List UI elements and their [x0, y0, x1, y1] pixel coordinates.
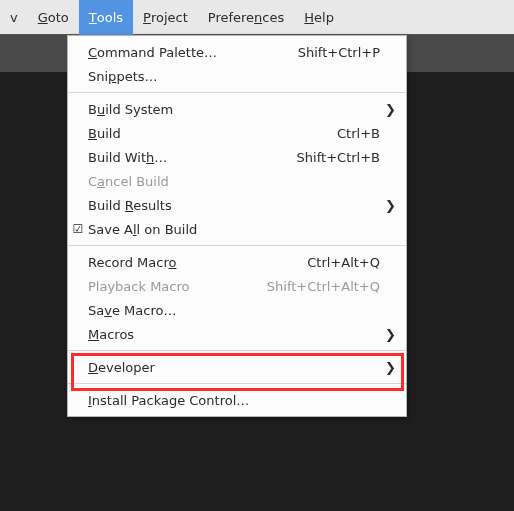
- menu-separator: [68, 245, 406, 246]
- menubar-item-preferences[interactable]: Preferences: [198, 0, 294, 35]
- menu-item-label: Save Macro…: [88, 303, 360, 318]
- menu-item-label: Build: [88, 126, 317, 141]
- menu-item-label: Install Package Control…: [88, 393, 360, 408]
- menu-item-shortcut: Shift+Ctrl+P: [278, 45, 380, 60]
- menubar-item-help[interactable]: Help: [294, 0, 344, 35]
- submenu-icon: ❯: [380, 327, 396, 342]
- menu-install-package-control[interactable]: Install Package Control…: [68, 388, 406, 412]
- menu-save-macro[interactable]: Save Macro…: [68, 298, 406, 322]
- menu-build-results[interactable]: Build Results❯: [68, 193, 406, 217]
- submenu-icon: ❯: [380, 360, 396, 375]
- tools-menu: Command Palette…Shift+Ctrl+PSnippets…Bui…: [67, 35, 407, 417]
- menu-item-label: Playback Macro: [88, 279, 247, 294]
- menu-save-all-on-build[interactable]: ☑Save All on Build: [68, 217, 406, 241]
- menu-snippets[interactable]: Snippets…: [68, 64, 406, 88]
- menu-separator: [68, 350, 406, 351]
- checkbox-icon: ☑: [68, 222, 88, 236]
- menu-item-label: Macros: [88, 327, 360, 342]
- menu-item-shortcut: Shift+Ctrl+B: [277, 150, 380, 165]
- menu-item-label: Build With…: [88, 150, 277, 165]
- menu-build-system[interactable]: Build System❯: [68, 97, 406, 121]
- submenu-icon: ❯: [380, 102, 396, 117]
- menu-macros[interactable]: Macros❯: [68, 322, 406, 346]
- menubar-item-project[interactable]: Project: [133, 0, 198, 35]
- menu-record-macro[interactable]: Record MacroCtrl+Alt+Q: [68, 250, 406, 274]
- menu-command-palette[interactable]: Command Palette…Shift+Ctrl+P: [68, 40, 406, 64]
- menu-item-label: Cancel Build: [88, 174, 360, 189]
- menu-item-label: Record Macro: [88, 255, 287, 270]
- menu-build[interactable]: BuildCtrl+B: [68, 121, 406, 145]
- menu-item-label: Build System: [88, 102, 360, 117]
- menu-item-shortcut: Ctrl+B: [317, 126, 380, 141]
- menu-item-shortcut: Shift+Ctrl+Alt+Q: [247, 279, 380, 294]
- menu-separator: [68, 383, 406, 384]
- menubar: vGotoToolsProjectPreferencesHelp: [0, 0, 514, 35]
- submenu-icon: ❯: [380, 198, 396, 213]
- menu-item-label: Snippets…: [88, 69, 360, 84]
- menu-item-label: Build Results: [88, 198, 360, 213]
- menu-item-label: Command Palette…: [88, 45, 278, 60]
- menu-build-with[interactable]: Build With…Shift+Ctrl+B: [68, 145, 406, 169]
- menu-item-label: Save All on Build: [88, 222, 360, 237]
- menu-item-shortcut: Ctrl+Alt+Q: [287, 255, 380, 270]
- menu-playback-macro: Playback MacroShift+Ctrl+Alt+Q: [68, 274, 406, 298]
- menubar-item-view-partial[interactable]: v: [0, 0, 28, 35]
- menu-developer[interactable]: Developer❯: [68, 355, 406, 379]
- menu-cancel-build: Cancel Build: [68, 169, 406, 193]
- menubar-item-tools[interactable]: Tools: [79, 0, 133, 35]
- menu-item-label: Developer: [88, 360, 360, 375]
- menubar-item-goto[interactable]: Goto: [28, 0, 79, 35]
- menu-separator: [68, 92, 406, 93]
